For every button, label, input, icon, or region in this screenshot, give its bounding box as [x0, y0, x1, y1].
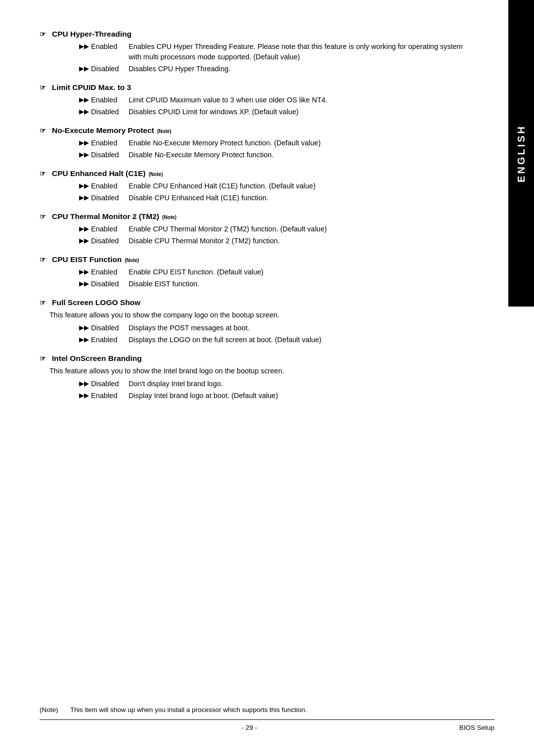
- option-row: ▶▶ Enabled Enable CPU Thermal Monitor 2 …: [79, 224, 465, 234]
- sidebar-label: English: [516, 125, 527, 182]
- option-row: ▶▶ Disabled Disables CPU Hyper Threading…: [79, 64, 465, 74]
- cursor-icon: ☞: [40, 127, 46, 134]
- bios-setup-label: BIOS Setup: [459, 724, 494, 731]
- option-row: ▶▶ Enabled Display Intel brand logo at b…: [79, 391, 465, 401]
- section-options-cpu-hyper-threading: ▶▶ Enabled Enables CPU Hyper Threading F…: [40, 42, 465, 74]
- option-key: ▶▶ Disabled: [79, 279, 129, 289]
- section-title-cpu-enhanced-halt: ☞ CPU Enhanced Halt (C1E)(Note): [40, 169, 465, 178]
- section-options-intel-onscreen: ▶▶ Disabled Don't display Intel brand lo…: [40, 379, 465, 401]
- section-options-cpu-thermal-monitor: ▶▶ Enabled Enable CPU Thermal Monitor 2 …: [40, 224, 465, 246]
- section-options-no-execute: ▶▶ Enabled Enable No-Execute Memory Prot…: [40, 138, 465, 160]
- cursor-icon: ☞: [40, 299, 46, 307]
- section-no-execute: ☞ No-Execute Memory Protect(Note) ▶▶ Ena…: [40, 126, 465, 160]
- option-row: ▶▶ Disabled Disable CPU Enhanced Halt (C…: [79, 193, 465, 203]
- footer-bottom: - 29 - BIOS Setup: [40, 724, 494, 731]
- option-key: ▶▶ Enabled: [79, 224, 129, 234]
- option-key: ▶▶ Disabled: [79, 323, 129, 333]
- cursor-icon: ☞: [40, 30, 46, 38]
- option-key: ▶▶ Disabled: [79, 379, 129, 389]
- footer-divider: [40, 719, 494, 720]
- footer: (Note) This item will show up when you i…: [40, 706, 494, 731]
- option-key: ▶▶ Enabled: [79, 335, 129, 345]
- option-row: ▶▶ Enabled Displays the LOGO on the full…: [79, 335, 465, 345]
- option-row: ▶▶ Enabled Limit CPUID Maximum value to …: [79, 95, 465, 105]
- section-cpu-enhanced-halt: ☞ CPU Enhanced Halt (C1E)(Note) ▶▶ Enabl…: [40, 169, 465, 203]
- section-options-cpu-enhanced-halt: ▶▶ Enabled Enable CPU Enhanced Halt (C1E…: [40, 181, 465, 203]
- main-content: ☞ CPU Hyper-Threading ▶▶ Enabled Enables…: [40, 20, 465, 401]
- section-cpu-hyper-threading: ☞ CPU Hyper-Threading ▶▶ Enabled Enables…: [40, 30, 465, 74]
- note-text: This item will show up when you install …: [70, 706, 307, 713]
- option-key: ▶▶ Enabled: [79, 391, 129, 401]
- cursor-icon: ☞: [40, 213, 46, 221]
- section-desc-full-screen-logo: This feature allows you to show the comp…: [40, 310, 465, 320]
- section-title-no-execute: ☞ No-Execute Memory Protect(Note): [40, 126, 465, 135]
- option-row: ▶▶ Disabled Disables CPUID Limit for win…: [79, 107, 465, 117]
- section-cpu-eist: ☞ CPU EIST Function(Note) ▶▶ Enabled Ena…: [40, 255, 465, 289]
- cursor-icon: ☞: [40, 355, 46, 362]
- section-desc-intel-onscreen: This feature allows you to show the Inte…: [40, 366, 465, 376]
- cursor-icon: ☞: [40, 84, 46, 91]
- superscript-eist: (Note): [125, 258, 139, 263]
- page-number: - 29 -: [40, 724, 459, 731]
- option-key: ▶▶ Disabled: [79, 193, 129, 203]
- section-title-intel-onscreen: ☞ Intel OnScreen Branding: [40, 354, 465, 363]
- section-full-screen-logo: ☞ Full Screen LOGO Show This feature all…: [40, 298, 465, 345]
- section-intel-onscreen: ☞ Intel OnScreen Branding This feature a…: [40, 354, 465, 401]
- section-options-limit-cpuid: ▶▶ Enabled Limit CPUID Maximum value to …: [40, 95, 465, 117]
- option-key: ▶▶ Enabled: [79, 95, 129, 105]
- option-key: ▶▶ Enabled: [79, 138, 129, 148]
- section-limit-cpuid: ☞ Limit CPUID Max. to 3 ▶▶ Enabled Limit…: [40, 83, 465, 117]
- option-row: ▶▶ Enabled Enable CPU Enhanced Halt (C1E…: [79, 181, 465, 191]
- option-row: ▶▶ Disabled Disable CPU Thermal Monitor …: [79, 236, 465, 246]
- option-key: ▶▶ Disabled: [79, 150, 129, 160]
- section-cpu-thermal-monitor: ☞ CPU Thermal Monitor 2 (TM2)(Note) ▶▶ E…: [40, 212, 465, 246]
- option-key: ▶▶ Enabled: [79, 267, 129, 277]
- page-container: English ☞ CPU Hyper-Threading ▶▶ Enabled…: [0, 0, 534, 756]
- option-row: ▶▶ Disabled Don't display Intel brand lo…: [79, 379, 465, 389]
- superscript-c1e: (Note): [148, 172, 163, 177]
- section-title-cpu-hyper-threading: ☞ CPU Hyper-Threading: [40, 30, 465, 39]
- option-row: ▶▶ Disabled Disable EIST function.: [79, 279, 465, 289]
- option-row: ▶▶ Disabled Disable No-Execute Memory Pr…: [79, 150, 465, 160]
- section-title-limit-cpuid: ☞ Limit CPUID Max. to 3: [40, 83, 465, 92]
- cursor-icon: ☞: [40, 170, 46, 178]
- section-title-cpu-eist: ☞ CPU EIST Function(Note): [40, 255, 465, 264]
- option-key: ▶▶ Disabled: [79, 107, 129, 117]
- option-row: ▶▶ Enabled Enable CPU EIST function. (De…: [79, 267, 465, 277]
- option-row: ▶▶ Disabled Displays the POST messages a…: [79, 323, 465, 333]
- note-label: (Note): [40, 706, 64, 713]
- sidebar-english: English: [508, 0, 534, 307]
- superscript-no-execute: (Note): [157, 129, 172, 134]
- option-key: ▶▶ Disabled: [79, 236, 129, 246]
- cursor-icon: ☞: [40, 256, 46, 264]
- section-title-cpu-thermal-monitor: ☞ CPU Thermal Monitor 2 (TM2)(Note): [40, 212, 465, 221]
- section-options-full-screen-logo: ▶▶ Disabled Displays the POST messages a…: [40, 323, 465, 345]
- section-options-cpu-eist: ▶▶ Enabled Enable CPU EIST function. (De…: [40, 267, 465, 289]
- option-key: ▶▶ Enabled: [79, 42, 129, 62]
- option-key: ▶▶ Enabled: [79, 181, 129, 191]
- option-row: ▶▶ Enabled Enables CPU Hyper Threading F…: [79, 42, 465, 62]
- footer-note: (Note) This item will show up when you i…: [40, 706, 494, 713]
- section-title-full-screen-logo: ☞ Full Screen LOGO Show: [40, 298, 465, 307]
- option-key: ▶▶ Disabled: [79, 64, 129, 74]
- option-row: ▶▶ Enabled Enable No-Execute Memory Prot…: [79, 138, 465, 148]
- superscript-tm2: (Note): [162, 215, 177, 220]
